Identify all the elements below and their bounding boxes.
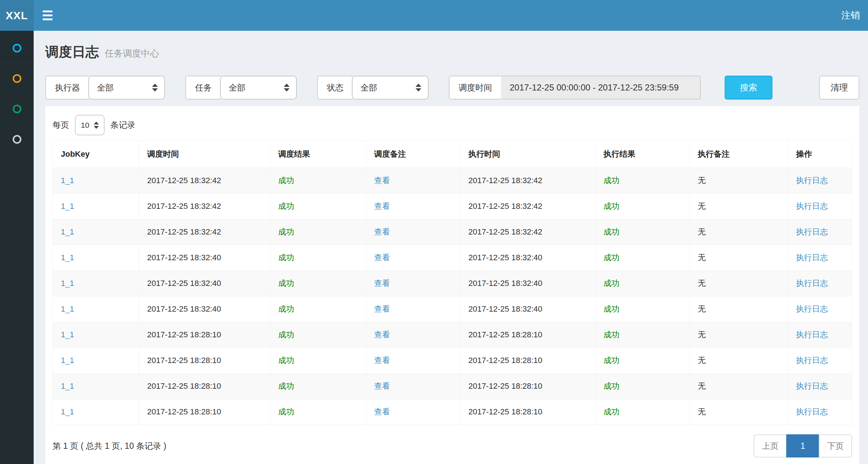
table-row: 1_12017-12-25 18:32:40成功查看2017-12-25 18:… xyxy=(53,296,852,322)
exec-log-link[interactable]: 执行日志 xyxy=(796,253,828,262)
jobkey-link-cell: 1_1 xyxy=(53,271,139,296)
exec-time-cell: 2017-12-25 18:32:40 xyxy=(460,245,595,271)
sched-remark-view-link[interactable]: 查看 xyxy=(374,330,390,339)
exec-log-link[interactable]: 执行日志 xyxy=(796,202,828,211)
current-page-button[interactable]: 1 xyxy=(786,434,819,457)
main-content: 调度日志 任务调度中心 执行器 全部 任务 全部 状态 全部 调度时间 xyxy=(34,31,868,464)
jobkey-link-cell: 1_1 xyxy=(53,245,139,271)
jobkey-link[interactable]: 1_1 xyxy=(61,304,74,313)
jobkey-link[interactable]: 1_1 xyxy=(61,253,74,262)
column-header-1: JobKey xyxy=(53,141,139,168)
sidebar-toggle-button[interactable] xyxy=(34,0,61,31)
column-header-2: 调度时间 xyxy=(139,141,270,168)
app-logo: XXL xyxy=(0,0,34,31)
sched-remark-view-link-cell: 查看 xyxy=(366,245,460,271)
exec-log-link[interactable]: 执行日志 xyxy=(796,279,828,288)
sched-remark-view-link[interactable]: 查看 xyxy=(374,279,390,288)
page-size-value: 10 xyxy=(81,121,89,130)
sidebar-item-2[interactable] xyxy=(0,63,34,94)
exec-time-cell: 2017-12-25 18:32:40 xyxy=(460,296,595,322)
job-select-value: 全部 xyxy=(229,82,284,93)
sidebar-item-1[interactable] xyxy=(0,33,34,63)
exec-log-link[interactable]: 执行日志 xyxy=(796,356,828,365)
jobkey-link[interactable]: 1_1 xyxy=(61,202,74,211)
sidebar-item-4[interactable] xyxy=(0,124,34,155)
sidebar-item-3[interactable] xyxy=(0,94,34,124)
sched-result-cell: 成功 xyxy=(270,374,366,399)
status-select[interactable]: 全部 xyxy=(352,76,429,100)
select-arrows-icon xyxy=(152,84,158,92)
page-size-prefix: 每页 xyxy=(52,119,69,131)
next-page-button[interactable]: 下页 xyxy=(819,434,852,457)
jobkey-link[interactable]: 1_1 xyxy=(61,381,74,391)
jobkey-link[interactable]: 1_1 xyxy=(61,330,74,339)
exec-remark-cell: 无 xyxy=(690,322,788,348)
exec-log-link[interactable]: 执行日志 xyxy=(796,176,828,185)
exec-remark-cell: 无 xyxy=(690,296,788,322)
job-select[interactable]: 全部 xyxy=(220,76,297,100)
sched-time-cell: 2017-12-25 18:32:40 xyxy=(139,296,270,322)
exec-time-cell: 2017-12-25 18:32:40 xyxy=(460,271,595,296)
jobkey-link[interactable]: 1_1 xyxy=(61,356,74,365)
sched-time-cell: 2017-12-25 18:32:40 xyxy=(139,245,270,271)
sched-time-cell: 2017-12-25 18:32:42 xyxy=(139,219,270,245)
exec-result-cell: 成功 xyxy=(595,374,690,399)
jobkey-link[interactable]: 1_1 xyxy=(61,176,74,185)
sched-remark-view-link-cell: 查看 xyxy=(366,296,460,322)
executor-select[interactable]: 全部 xyxy=(88,76,165,100)
jobkey-link-cell: 1_1 xyxy=(53,296,139,322)
jobkey-link[interactable]: 1_1 xyxy=(61,227,74,236)
table-row: 1_12017-12-25 18:32:40成功查看2017-12-25 18:… xyxy=(53,271,852,296)
prev-page-button[interactable]: 上页 xyxy=(754,434,787,457)
logout-link[interactable]: 注销 xyxy=(833,0,868,31)
exec-log-link-cell: 执行日志 xyxy=(788,168,852,194)
search-button[interactable]: 搜索 xyxy=(725,76,772,100)
exec-log-link-cell: 执行日志 xyxy=(788,245,852,271)
exec-log-link[interactable]: 执行日志 xyxy=(796,381,828,391)
sched-remark-view-link-cell: 查看 xyxy=(366,271,460,296)
exec-remark-cell: 无 xyxy=(690,219,788,245)
sched-time-cell: 2017-12-25 18:32:40 xyxy=(139,271,270,296)
circle-outline-icon xyxy=(13,74,21,83)
circle-outline-icon xyxy=(13,105,21,113)
exec-time-cell: 2017-12-25 18:32:42 xyxy=(460,219,595,245)
exec-time-cell: 2017-12-25 18:28:10 xyxy=(460,374,595,399)
exec-remark-cell: 无 xyxy=(690,271,788,296)
exec-log-link[interactable]: 执行日志 xyxy=(796,407,828,416)
jobkey-link[interactable]: 1_1 xyxy=(61,407,74,416)
sidebar xyxy=(0,31,34,464)
exec-result-cell: 成功 xyxy=(595,168,690,194)
sched-remark-view-link[interactable]: 查看 xyxy=(374,381,390,391)
jobkey-link[interactable]: 1_1 xyxy=(61,279,74,288)
sched-remark-view-link[interactable]: 查看 xyxy=(374,253,390,262)
exec-log-link-cell: 执行日志 xyxy=(788,348,852,374)
exec-log-link[interactable]: 执行日志 xyxy=(796,304,828,313)
time-filter-label: 调度时间 xyxy=(449,76,501,100)
jobkey-link-cell: 1_1 xyxy=(53,322,139,348)
hamburger-icon xyxy=(43,18,52,20)
exec-log-link[interactable]: 执行日志 xyxy=(796,330,828,339)
sched-remark-view-link[interactable]: 查看 xyxy=(374,407,390,416)
page-size-select[interactable]: 10 xyxy=(75,115,105,135)
sched-result-cell: 成功 xyxy=(270,271,366,296)
table-row: 1_12017-12-25 18:28:10成功查看2017-12-25 18:… xyxy=(53,399,852,425)
exec-remark-cell: 无 xyxy=(690,245,788,271)
exec-remark-cell: 无 xyxy=(690,168,788,194)
clear-button[interactable]: 清理 xyxy=(819,76,859,100)
status-filter-group: 状态 全部 xyxy=(317,76,429,100)
sched-remark-view-link[interactable]: 查看 xyxy=(374,227,390,236)
exec-log-link[interactable]: 执行日志 xyxy=(796,227,828,236)
time-range-input[interactable]: 2017-12-25 00:00:00 - 2017-12-25 23:59:5… xyxy=(501,76,701,100)
page-size-control: 每页 10 条记录 xyxy=(52,115,852,135)
time-filter-group: 调度时间 2017-12-25 00:00:00 - 2017-12-25 23… xyxy=(449,76,701,100)
sched-remark-view-link[interactable]: 查看 xyxy=(374,176,390,185)
exec-log-link-cell: 执行日志 xyxy=(788,322,852,348)
log-table-header-row: JobKey调度时间调度结果调度备注执行时间执行结果执行备注操作 xyxy=(53,141,852,168)
exec-time-cell: 2017-12-25 18:32:42 xyxy=(460,168,595,194)
pagination: 上页 1 下页 xyxy=(754,434,852,457)
circle-outline-icon xyxy=(13,135,21,144)
sched-time-cell: 2017-12-25 18:32:42 xyxy=(139,194,270,219)
sched-remark-view-link[interactable]: 查看 xyxy=(374,202,390,211)
sched-remark-view-link[interactable]: 查看 xyxy=(374,304,390,313)
sched-remark-view-link[interactable]: 查看 xyxy=(374,356,390,365)
